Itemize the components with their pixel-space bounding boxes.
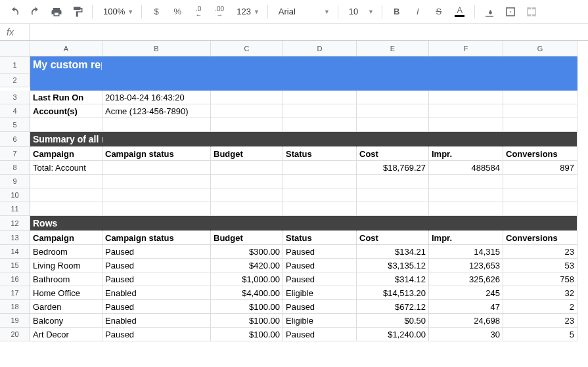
cell[interactable] [357, 104, 429, 118]
cell[interactable] [283, 91, 357, 104]
cell[interactable] [102, 216, 211, 231]
cell[interactable]: $134.21 [357, 245, 429, 259]
cell[interactable]: 758 [503, 272, 577, 286]
row-header-12[interactable]: 12 [0, 216, 30, 231]
cell[interactable] [503, 104, 577, 118]
cell[interactable] [357, 175, 429, 188]
cell[interactable]: Paused [283, 300, 357, 314]
fill-color-button[interactable] [480, 3, 499, 21]
formula-input[interactable] [30, 24, 588, 40]
cell[interactable]: Living Room [30, 259, 102, 272]
cell[interactable]: $100.00 [211, 314, 283, 328]
cell[interactable] [211, 118, 283, 132]
cell[interactable]: 897 [503, 161, 577, 175]
cell[interactable]: $314.12 [357, 272, 429, 286]
row-header-20[interactable]: 20 [0, 328, 30, 341]
cell[interactable] [357, 188, 429, 202]
cell[interactable]: Campaign status [102, 147, 211, 161]
cell[interactable]: Art Decor [30, 328, 102, 341]
cell[interactable] [503, 132, 577, 147]
cell[interactable]: $1,000.00 [211, 272, 283, 286]
row-header-3[interactable]: 3 [0, 91, 30, 104]
cell[interactable]: Paused [283, 259, 357, 272]
cell[interactable] [283, 175, 357, 188]
print-button[interactable] [47, 3, 66, 21]
cell[interactable] [429, 118, 503, 132]
bold-button[interactable]: B [388, 3, 406, 21]
cell[interactable]: 245 [429, 286, 503, 300]
cell[interactable]: 2 [503, 300, 577, 314]
cell[interactable]: Paused [283, 272, 357, 286]
cell[interactable]: $18,769.27 [357, 161, 429, 175]
cell[interactable] [102, 161, 211, 175]
summary-section-header[interactable]: Summary of all rows [30, 132, 102, 147]
cell[interactable] [102, 74, 211, 91]
cell[interactable] [211, 188, 283, 202]
strikethrough-button[interactable]: S [430, 3, 448, 21]
cell[interactable]: Account(s) [30, 104, 102, 118]
cell[interactable]: $420.00 [211, 259, 283, 272]
cell[interactable] [429, 74, 503, 91]
cell[interactable] [211, 56, 283, 74]
cell[interactable] [283, 161, 357, 175]
cell[interactable] [283, 74, 357, 91]
cell[interactable] [503, 118, 577, 132]
cell[interactable] [357, 202, 429, 216]
cell[interactable] [429, 132, 503, 147]
cell[interactable] [211, 175, 283, 188]
cell[interactable]: 32 [503, 286, 577, 300]
cell[interactable]: Paused [102, 328, 211, 341]
row-header-8[interactable]: 8 [0, 161, 30, 175]
text-color-button[interactable]: A [451, 3, 469, 21]
row-header-18[interactable]: 18 [0, 300, 30, 314]
col-header-C[interactable]: C [211, 41, 283, 56]
cell[interactable]: 5 [503, 328, 577, 341]
cell[interactable] [357, 216, 429, 231]
cell[interactable] [283, 202, 357, 216]
row-header-13[interactable]: 13 [0, 231, 30, 245]
select-all-corner[interactable] [0, 41, 30, 56]
increase-decimal-button[interactable]: .00→ [210, 3, 229, 21]
cell[interactable] [30, 188, 102, 202]
cell[interactable] [503, 74, 577, 91]
cell[interactable] [102, 175, 211, 188]
cell[interactable]: 53 [503, 259, 577, 272]
col-header-D[interactable]: D [283, 41, 357, 56]
zoom-select[interactable]: 100%▼ [98, 4, 136, 20]
cell[interactable] [503, 56, 577, 74]
cell[interactable]: 47 [429, 300, 503, 314]
row-header-1[interactable]: 1 [0, 56, 30, 74]
cell[interactable] [283, 56, 357, 74]
cell[interactable]: Campaign [30, 231, 102, 245]
cell[interactable] [283, 104, 357, 118]
row-header-16[interactable]: 16 [0, 272, 30, 286]
cell[interactable]: $100.00 [211, 300, 283, 314]
cell[interactable]: Impr. [429, 231, 503, 245]
cell[interactable]: Enabled [102, 286, 211, 300]
cell[interactable] [283, 188, 357, 202]
row-header-15[interactable]: 15 [0, 259, 30, 272]
cell[interactable] [503, 202, 577, 216]
cell[interactable]: Paused [102, 245, 211, 259]
cell[interactable] [503, 216, 577, 231]
cell[interactable]: 325,626 [429, 272, 503, 286]
cell[interactable]: 24,698 [429, 314, 503, 328]
cell[interactable]: 488584 [429, 161, 503, 175]
cell[interactable]: Campaign [30, 147, 102, 161]
cell[interactable]: $4,400.00 [211, 286, 283, 300]
row-header-2[interactable]: 2 [0, 74, 30, 87]
cell[interactable] [211, 104, 283, 118]
cell[interactable]: Paused [102, 272, 211, 286]
cell[interactable]: 123,653 [429, 259, 503, 272]
row-header-4[interactable]: 4 [0, 104, 30, 118]
cell[interactable]: Budget [211, 231, 283, 245]
format-currency-button[interactable]: $ [147, 3, 166, 21]
cell[interactable]: Bedroom [30, 245, 102, 259]
cell[interactable] [503, 175, 577, 188]
cell[interactable] [102, 202, 211, 216]
cell[interactable]: Eligible [283, 286, 357, 300]
cell[interactable] [357, 132, 429, 147]
row-header-7[interactable]: 7 [0, 147, 30, 161]
row-header-6[interactable]: 6 [0, 132, 30, 147]
cell[interactable]: Last Run On [30, 91, 102, 104]
